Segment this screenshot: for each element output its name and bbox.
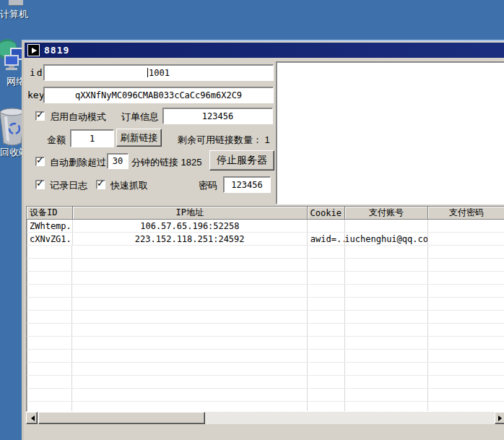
stop-server-button[interactable]: 停止服务器 <box>209 150 274 171</box>
table-row-empty <box>27 350 504 363</box>
key-input[interactable]: qXXNfNyMC096CMAB033cCaCc96m6X2C9 <box>43 87 274 103</box>
amount-label: 金额 <box>47 134 66 147</box>
amount-value: 1 <box>90 134 95 144</box>
computer-icon[interactable] <box>9 0 23 6</box>
cell-pay-account: liuchenghui@qq.com <box>345 233 429 245</box>
id-label: id <box>30 67 44 78</box>
text-cursor <box>147 68 148 77</box>
minutes-input[interactable]: 30 <box>107 153 129 169</box>
fast-capture-label: 快速抓取 <box>110 179 148 192</box>
table-row-empty <box>27 402 504 412</box>
table-header-row: 设备ID IP地址 Cookie 支付账号 支付密码 <box>27 207 504 220</box>
horizontal-scrollbar[interactable] <box>26 412 504 424</box>
table-row-empty <box>27 259 504 272</box>
table-row-empty <box>27 272 504 285</box>
cell-ip: 223.152.118.251:24592 <box>73 233 308 245</box>
amount-input[interactable]: 1 <box>70 129 114 147</box>
auto-mode-checkbox[interactable] <box>35 111 45 121</box>
window-title: 8819 <box>44 45 69 56</box>
cell-pay-password <box>428 220 504 232</box>
table-row-empty <box>27 298 504 311</box>
table-row-empty <box>27 246 504 259</box>
cell-pay-password <box>428 233 504 245</box>
table-row[interactable]: cXNvZG1... 223.152.118.251:24592 awid=..… <box>27 233 504 246</box>
cell-cookie: awid=... <box>308 233 345 245</box>
minutes-value: 30 <box>113 156 123 166</box>
col-header-device-id[interactable]: 设备ID <box>27 207 73 220</box>
log-output-panel[interactable] <box>276 61 504 204</box>
cell-pay-account <box>345 220 429 232</box>
order-info-value: 123456 <box>202 111 233 121</box>
log-label: 记录日志 <box>50 179 87 192</box>
table-row-empty <box>27 311 504 324</box>
cell-cookie <box>308 220 345 232</box>
order-info-input[interactable]: 123456 <box>162 108 273 124</box>
id-input[interactable]: 1001 <box>43 64 274 81</box>
fast-capture-checkbox[interactable] <box>96 180 105 189</box>
app-window: 8819 id 1001 key qXXNfNyMC096CMAB033cCaC… <box>22 40 504 440</box>
key-label: key <box>27 90 44 100</box>
key-value: qXXNfNyMC096CMAB033cCaCc96m6X2C9 <box>75 90 242 100</box>
minutes-suffix-label: 分钟的链接 1825 <box>131 156 202 169</box>
left-arrow-icon <box>28 415 35 421</box>
table-row-empty <box>27 376 504 389</box>
auto-delete-label: 自动删除超过 <box>50 156 106 169</box>
table-row[interactable]: ZWhtemp... 106.57.65.196:52258 <box>27 220 504 233</box>
scrollbar-thumb[interactable] <box>38 412 205 424</box>
scroll-right-button[interactable] <box>495 412 504 424</box>
table-row-empty <box>27 337 504 350</box>
table-row-empty <box>27 324 504 337</box>
scroll-left-button[interactable] <box>26 412 38 424</box>
table-row-empty <box>27 389 504 402</box>
auto-delete-checkbox[interactable] <box>35 157 45 166</box>
desktop-icon-label-computer[interactable]: 计算机 <box>0 8 28 21</box>
password-label: 密码 <box>199 179 217 192</box>
col-header-ip[interactable]: IP地址 <box>73 207 308 220</box>
password-input[interactable]: 123456 <box>223 176 271 193</box>
cell-ip: 106.57.65.196:52258 <box>73 220 308 232</box>
refresh-link-button[interactable]: 刷新链接 <box>116 129 162 147</box>
col-header-pay-password[interactable]: 支付密码 <box>428 207 504 220</box>
table-row-empty <box>27 363 504 376</box>
auto-mode-label: 启用自动模式 <box>50 111 106 124</box>
cell-device-id: ZWhtemp... <box>27 220 73 232</box>
order-info-label: 订单信息 <box>121 111 159 124</box>
cell-device-id: cXNvZG1... <box>27 233 73 245</box>
device-table[interactable]: 设备ID IP地址 Cookie 支付账号 支付密码 ZWhtemp... 10… <box>26 206 504 412</box>
col-header-cookie[interactable]: Cookie <box>308 207 345 220</box>
password-value: 123456 <box>231 180 262 190</box>
right-arrow-icon <box>498 415 504 421</box>
desktop: 计算机 网络 回收站 8819 id 1001 <box>0 0 504 440</box>
remaining-links-label: 剩余可用链接数量： 1 <box>178 134 270 147</box>
col-header-pay-account[interactable]: 支付账号 <box>345 207 429 220</box>
app-icon <box>27 44 40 56</box>
log-checkbox[interactable] <box>35 180 45 189</box>
table-row-empty <box>27 285 504 298</box>
id-value: 1001 <box>149 68 170 78</box>
title-bar[interactable]: 8819 <box>25 43 504 58</box>
table-empty-rows <box>27 246 504 412</box>
